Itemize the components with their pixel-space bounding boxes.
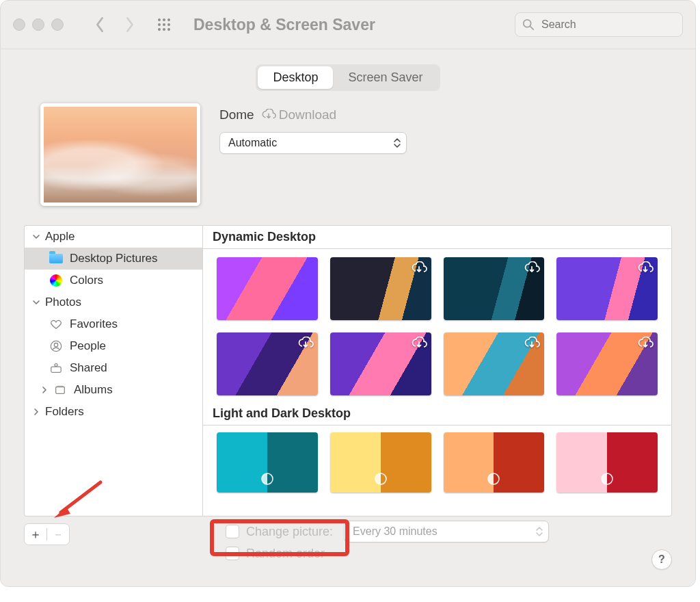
search-field[interactable] <box>515 12 683 37</box>
wallpaper-thumb[interactable] <box>556 432 658 493</box>
zoom-window-button[interactable] <box>51 18 64 31</box>
wallpaper-thumb[interactable] <box>217 332 318 395</box>
thumb-row <box>203 426 671 493</box>
rotation-options: Change picture: Every 30 minutes Random … <box>226 521 549 564</box>
wallpaper-preview <box>40 103 200 206</box>
change-picture-label: Change picture: <box>246 525 333 539</box>
download-cloud-icon <box>411 337 427 353</box>
sidebar-item-people[interactable]: People <box>25 335 202 357</box>
wallpaper-name: Dome <box>219 107 254 122</box>
sidebar-group-photos[interactable]: Photos <box>25 291 202 313</box>
album-icon <box>53 383 67 397</box>
dynamic-mode-icon <box>374 472 388 488</box>
sidebar-item-label: Favorites <box>70 317 118 331</box>
sidebar-item-albums[interactable]: Albums <box>25 379 202 401</box>
svg-point-11 <box>51 341 61 351</box>
wallpaper-thumb[interactable] <box>217 257 318 320</box>
sidebar-label: Apple <box>45 230 75 244</box>
display-mode-select[interactable]: Automatic <box>219 132 407 154</box>
shared-icon <box>49 361 63 375</box>
main-split: Apple Desktop Pictures Colors Photos Fav… <box>24 225 672 516</box>
sidebar-group-folders[interactable]: Folders <box>25 401 202 423</box>
source-sidebar: Apple Desktop Pictures Colors Photos Fav… <box>24 225 202 516</box>
display-mode-value: Automatic <box>228 137 277 149</box>
grid-icon <box>157 17 172 32</box>
back-button[interactable] <box>88 13 111 36</box>
svg-point-12 <box>54 343 57 347</box>
dynamic-mode-icon <box>260 472 274 488</box>
svg-point-1 <box>163 18 165 21</box>
download-cloud-icon <box>261 109 276 121</box>
change-interval-select[interactable]: Every 30 minutes <box>344 521 549 542</box>
wallpaper-thumb[interactable] <box>556 257 658 320</box>
wallpaper-meta: Dome Download Automatic <box>219 103 407 154</box>
random-order-label: Random order <box>246 547 325 561</box>
svg-rect-16 <box>57 386 64 387</box>
add-folder-button[interactable]: ＋ <box>25 526 46 542</box>
wallpaper-thumb[interactable] <box>330 257 431 320</box>
sidebar-item-colors[interactable]: Colors <box>25 270 202 291</box>
sidebar-group-apple[interactable]: Apple <box>25 226 202 248</box>
forward-button[interactable] <box>118 13 142 36</box>
thumb-row <box>203 324 671 400</box>
toolbar: Desktop & Screen Saver <box>1 1 695 49</box>
change-picture-checkbox[interactable] <box>226 525 239 538</box>
sidebar-item-label: Desktop Pictures <box>70 252 158 265</box>
chevron-left-icon <box>94 16 106 33</box>
tab-bar: Desktop Screen Saver <box>1 64 695 91</box>
wallpaper-thumb[interactable] <box>556 332 658 395</box>
window-controls <box>13 18 64 31</box>
svg-point-6 <box>158 28 161 31</box>
color-wheel-icon <box>49 274 63 287</box>
search-input[interactable] <box>540 18 675 31</box>
download-cloud-icon <box>524 261 540 278</box>
download-link[interactable]: Download <box>261 107 337 122</box>
segmented-control: Desktop Screen Saver <box>256 64 440 91</box>
download-cloud-icon <box>524 337 540 353</box>
sidebar-item-label: Shared <box>70 361 107 375</box>
svg-point-4 <box>163 23 165 26</box>
svg-point-8 <box>167 28 170 31</box>
help-button[interactable]: ? <box>651 549 672 570</box>
add-remove-folder: ＋ － <box>24 523 70 545</box>
sidebar-item-label: Colors <box>70 274 103 287</box>
svg-point-7 <box>163 28 165 31</box>
chevron-down-icon <box>31 233 41 240</box>
sidebar-item-shared[interactable]: Shared <box>25 357 202 379</box>
dynamic-mode-icon <box>487 472 500 488</box>
svg-line-10 <box>530 27 534 30</box>
sidebar-item-favorites[interactable]: Favorites <box>25 313 202 335</box>
sidebar-item-desktop-pictures[interactable]: Desktop Pictures <box>25 248 202 270</box>
random-order-checkbox[interactable] <box>226 547 239 560</box>
download-cloud-icon <box>411 261 427 278</box>
wallpaper-thumb[interactable] <box>330 332 431 395</box>
select-stepper-icon <box>394 138 401 148</box>
wallpaper-gallery[interactable]: Dynamic Desktop Light and Dark Desktop <box>202 225 672 516</box>
chevron-right-icon <box>124 16 136 33</box>
tab-desktop[interactable]: Desktop <box>258 66 333 89</box>
wallpaper-thumb[interactable] <box>330 432 431 493</box>
svg-point-9 <box>524 20 531 27</box>
sidebar-label: Folders <box>45 405 84 419</box>
wallpaper-thumb[interactable] <box>444 257 545 320</box>
current-wallpaper-section: Dome Download Automatic <box>1 91 695 206</box>
window-title: Desktop & Screen Saver <box>193 16 375 34</box>
minimize-window-button[interactable] <box>32 18 44 31</box>
show-all-button[interactable] <box>152 13 176 36</box>
wallpaper-thumb[interactable] <box>444 432 545 493</box>
download-cloud-icon <box>637 337 654 353</box>
wallpaper-thumb[interactable] <box>444 332 545 395</box>
wallpaper-thumb[interactable] <box>217 432 318 493</box>
svg-point-5 <box>167 23 170 26</box>
sidebar-item-label: People <box>70 339 106 353</box>
sidebar-label: Photos <box>45 296 81 309</box>
preferences-window: Desktop & Screen Saver Desktop Screen Sa… <box>0 0 696 587</box>
remove-folder-button[interactable]: － <box>47 526 69 542</box>
tab-screen-saver[interactable]: Screen Saver <box>333 66 438 89</box>
bottom-controls: ＋ － Change picture: Every 30 minutes <box>24 521 672 564</box>
close-window-button[interactable] <box>13 18 25 31</box>
svg-point-14 <box>55 364 57 367</box>
search-icon <box>522 18 535 31</box>
download-label: Download <box>279 107 337 122</box>
svg-rect-13 <box>51 367 61 372</box>
